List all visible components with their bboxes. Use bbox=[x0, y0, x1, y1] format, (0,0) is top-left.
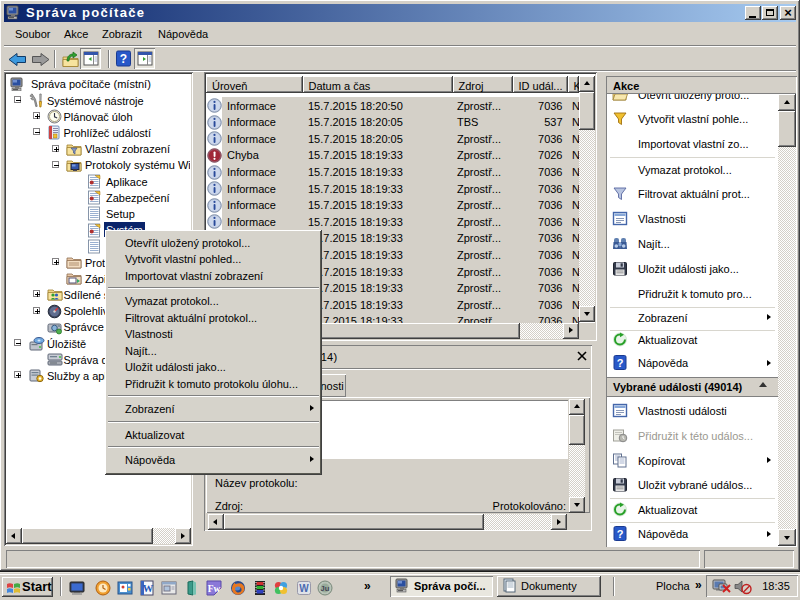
svg-text:?: ? bbox=[617, 357, 624, 369]
svg-text:?: ? bbox=[120, 52, 127, 66]
svg-text:Ju: Ju bbox=[321, 584, 330, 593]
svg-text:W: W bbox=[299, 583, 309, 594]
svg-text:Fw: Fw bbox=[208, 584, 221, 594]
svg-text:W: W bbox=[143, 583, 154, 594]
svg-text:?: ? bbox=[617, 528, 624, 540]
